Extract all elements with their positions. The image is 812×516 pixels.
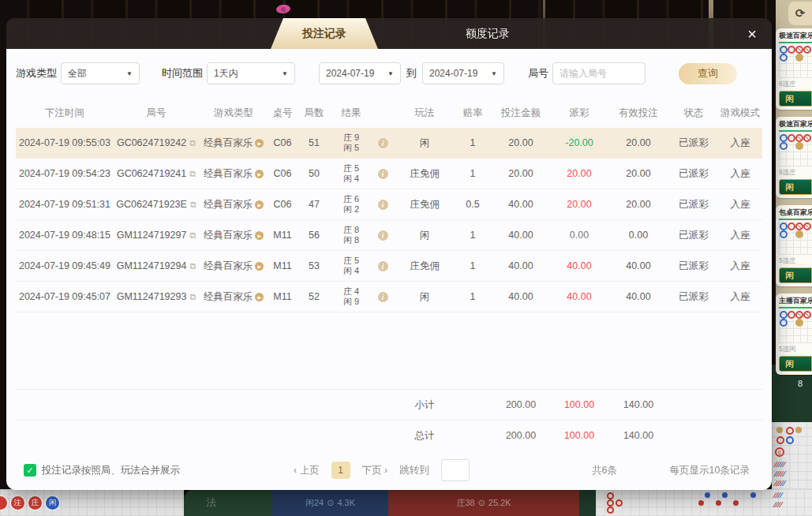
time-range-select[interactable]: 1天内 ▼ — [207, 62, 295, 84]
cell-odds: 1 — [455, 137, 491, 148]
table-row[interactable]: 2024-07-19 09:54:23 GC0624719241 ⧉ 经典百家乐… — [16, 159, 762, 189]
streak-label: 6连庄 — [779, 168, 812, 178]
chevron-down-icon: ▼ — [491, 70, 497, 77]
round-id-input[interactable] — [552, 62, 645, 84]
bead-marker: 庄 — [28, 496, 42, 510]
cell-game-mode: 入座 — [718, 290, 762, 304]
cell-table-no: M11 — [268, 230, 297, 241]
info-icon[interactable]: i — [378, 292, 388, 302]
game-play-icon[interactable]: ▶ — [255, 231, 264, 240]
cell-round-id: GC0624719241 ⧉ — [114, 168, 199, 179]
game-play-icon[interactable]: ▶ — [255, 262, 264, 271]
col-header: 玩法 — [395, 107, 455, 120]
total-valid: 140.00 — [608, 430, 669, 441]
cell-payout: 0.00 — [551, 230, 608, 241]
game-play-icon[interactable]: ▶ — [255, 170, 264, 178]
jump-page-input[interactable] — [441, 459, 470, 481]
info-icon[interactable]: i — [378, 261, 388, 271]
pagination: ‹ 上页 1 下页 › 跳转到 — [294, 459, 470, 481]
prev-page-button[interactable]: ‹ 上页 — [294, 464, 320, 477]
round-id-label: 局号 — [528, 66, 548, 80]
copy-icon[interactable]: ⧉ — [189, 230, 196, 241]
banker-bet-zone[interactable]: 庄38 ⊙ 25.2K — [388, 489, 579, 516]
copy-icon[interactable]: ⧉ — [189, 138, 196, 148]
game-type-select[interactable]: 全部 ▼ — [61, 62, 140, 84]
lobby-table-card[interactable]: 包桌百家乐 5连庄 闲 — [776, 205, 812, 286]
cell-result: 庄 8 闲 8 — [331, 225, 371, 245]
table-row[interactable]: 2024-07-19 09:45:07 GM1124719293 ⧉ 经典百家乐… — [16, 282, 762, 312]
game-play-icon[interactable]: ▶ — [255, 200, 264, 209]
cell-game-type: 经典百家乐 ▶ — [199, 290, 268, 304]
cell-result: 庄 5 闲 4 — [331, 163, 371, 184]
road-bead — [705, 492, 710, 498]
close-icon[interactable]: × — [743, 24, 761, 43]
player-quick-bet-button[interactable]: 闲 — [779, 91, 812, 107]
road-bead — [750, 492, 756, 498]
lobby-table-card[interactable]: 极速百家乐 6连庄 闲 — [776, 117, 812, 198]
lobby-table-card[interactable]: 极速百家乐 6连庄 闲 — [776, 28, 812, 110]
game-type-label: 游戏类型 — [16, 66, 57, 80]
cell-result-info: i — [371, 137, 395, 149]
banker-count: 庄38 — [456, 497, 474, 509]
table-row[interactable]: 2024-07-19 09:48:15 GM1124719297 ⧉ 经典百家乐… — [16, 220, 762, 251]
date-to-select[interactable]: 2024-07-19 ▼ — [422, 62, 504, 84]
copy-icon[interactable]: ⧉ — [189, 261, 196, 271]
info-icon[interactable]: i — [378, 200, 388, 210]
info-icon[interactable]: i — [378, 169, 388, 179]
date-from-select[interactable]: 2024-07-19 ▼ — [319, 62, 401, 84]
countdown-badge: 8 — [798, 379, 803, 388]
col-header: 有效投注 — [608, 107, 669, 120]
table-edge — [579, 489, 596, 516]
refresh-button[interactable]: ⟳ — [788, 2, 812, 25]
table-card-title: 极速百家乐 — [779, 119, 812, 129]
cell-odds: 0.5 — [455, 199, 491, 210]
player-quick-bet-button[interactable]: 闲 — [779, 267, 812, 283]
tab-betting-records[interactable]: 投注记录 — [271, 18, 378, 49]
big-road-panel: ∕∕∕∕ ∕∕∕∕ — [596, 489, 812, 516]
cell-payout: 40.00 — [551, 260, 608, 271]
info-icon[interactable]: i — [378, 138, 388, 148]
query-button[interactable]: 查询 — [679, 63, 737, 84]
cell-bet-amount: 20.00 — [491, 168, 551, 179]
copy-icon[interactable]: ⧉ — [189, 292, 196, 302]
cell-play-type: 庄免佣 — [395, 260, 455, 273]
merge-checkbox[interactable]: ✓ — [24, 464, 36, 477]
cell-game-mode: 入座 — [718, 198, 762, 211]
game-play-icon[interactable]: ▶ — [255, 293, 264, 301]
cell-table-no: C06 — [268, 199, 297, 210]
game-play-icon[interactable]: ▶ — [255, 139, 264, 148]
table-row[interactable]: 2024-07-19 09:45:49 GM1124719294 ⧉ 经典百家乐… — [16, 251, 762, 282]
tab-quota-records[interactable]: 额度记录 — [432, 18, 543, 49]
table-row[interactable]: 2024-07-19 09:55:03 GC0624719242 ⧉ 经典百家乐… — [16, 128, 762, 159]
bead-marker: 注 — [11, 496, 24, 510]
cell-round-id: GC0624719242 ⧉ — [114, 137, 199, 148]
bead-road-panel: 注庄闲 — [0, 489, 184, 516]
table-edge: 法 — [184, 489, 272, 516]
filter-bar: 游戏类型 全部 ▼ 时间范围 1天内 ▼ 2024-07-19 ▼ 到 — [16, 49, 762, 98]
road-bead — [616, 499, 623, 507]
road-bead-number: 6 — [775, 447, 784, 457]
road-bead — [776, 427, 783, 433]
subtotal-payout: 100.00 — [551, 399, 608, 410]
copy-icon[interactable]: ⧉ — [190, 200, 196, 210]
info-icon[interactable]: i — [378, 230, 388, 241]
cell-status: 已派彩 — [669, 229, 718, 242]
chevron-down-icon: ▼ — [387, 70, 394, 77]
next-page-button[interactable]: 下页 › — [362, 464, 388, 477]
lobby-table-card[interactable]: 主播百家乐 5连闲 闲 — [776, 294, 812, 375]
bead-road-mini — [779, 133, 812, 166]
player-quick-bet-button[interactable]: 闲 — [779, 179, 812, 195]
cell-bet-time: 2024-07-19 09:45:07 — [16, 291, 114, 302]
table-row[interactable]: 2024-07-19 09:51:31 GC062471923E ⧉ 经典百家乐… — [16, 189, 762, 220]
subtotal-row: 小计 200.00 100.00 140.00 — [16, 389, 762, 420]
refresh-icon: ⟳ — [795, 6, 806, 21]
betting-records-modal: 投注记录 额度记录 × 游戏类型 全部 ▼ 时间范围 1天内 ▼ — [6, 18, 772, 490]
cell-payout: 20.00 — [551, 168, 608, 179]
cell-odds: 1 — [455, 168, 491, 179]
player-bet-zone[interactable]: 闲24 ⊙ 4.3K — [272, 489, 388, 516]
copy-icon[interactable]: ⧉ — [189, 169, 196, 179]
page-number[interactable]: 1 — [331, 462, 350, 479]
date-to-label: 到 — [406, 66, 417, 80]
col-header: 结果 — [331, 107, 371, 120]
player-quick-bet-button[interactable]: 闲 — [779, 356, 812, 372]
